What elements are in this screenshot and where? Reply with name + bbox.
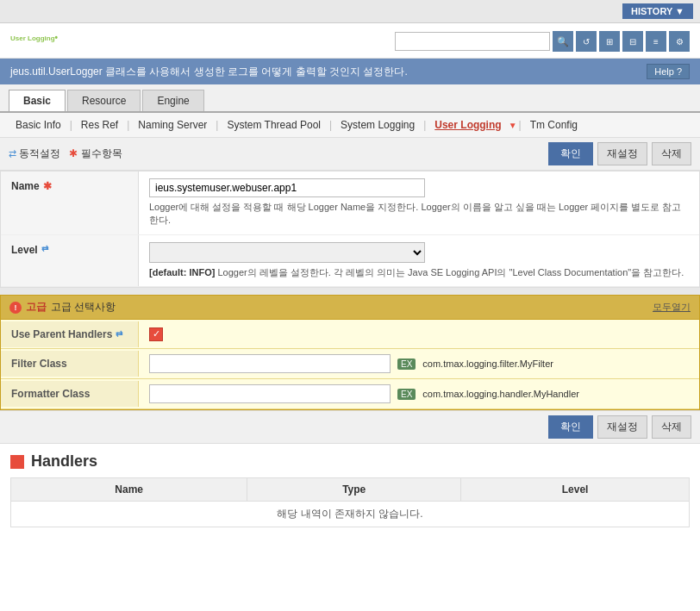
col-level: Level <box>461 478 690 502</box>
icon-btn-1[interactable]: ⊞ <box>599 31 620 52</box>
handlers-table: Name Type Level 해당 내역이 존재하지 않습니다. <box>10 477 690 527</box>
delete-button-top[interactable]: 삭제 <box>652 142 691 165</box>
handlers-icon <box>10 455 24 469</box>
action-bar-left: ⇄ 동적설정 ✱ 필수항목 <box>9 147 122 161</box>
sub-nav: Basic Info | Res Ref | Naming Server | S… <box>0 113 700 138</box>
handlers-section: Handlers Name Type Level 해당 내역이 존재하지 않습니… <box>0 444 700 536</box>
subnav-tm-config[interactable]: Tm Config <box>523 117 584 133</box>
tab-bar: Basic Resource Engine <box>0 84 700 113</box>
delete-button-bottom[interactable]: 삭제 <box>652 415 691 439</box>
icon-btn-3[interactable]: ≡ <box>646 31 666 52</box>
no-data-cell: 해당 내역이 존재하지 않습니다. <box>11 502 690 527</box>
reset-button-top[interactable]: 재설정 <box>597 142 647 165</box>
icon-btn-2[interactable]: ⊟ <box>622 31 643 52</box>
name-row: Name ✱ Logger에 대해 설정을 적용할 때 해당 Logger Na… <box>1 171 699 235</box>
formatter-class-row: Formatter Class EX com.tmax.logging.hand… <box>1 379 699 409</box>
section-divider-1 <box>0 288 700 295</box>
level-value: SEVERE WARNING INFO CONFIG FINE FINER FI… <box>139 235 699 286</box>
use-parent-handlers-label: Use Parent Handlers ⇄ <box>1 321 139 347</box>
formatter-example-value: com.tmax.logging.handler.MyHandler <box>422 389 579 399</box>
name-input[interactable] <box>149 178 425 197</box>
required-mark: ✱ 필수항목 <box>69 147 122 161</box>
action-bar-right: 확인 재설정 삭제 <box>548 142 691 165</box>
col-type: Type <box>247 478 461 502</box>
page-title-bar: User Logging• 🔍 ↺ ⊞ ⊟ ≡ ⚙ <box>0 23 700 59</box>
advanced-icon: ! <box>9 302 22 314</box>
use-parent-handlers-checkbox[interactable]: ✓ <box>149 327 163 341</box>
dynamic-icon: ⇄ <box>9 148 16 159</box>
tab-engine[interactable]: Engine <box>142 90 203 111</box>
filter-class-label: Filter Class <box>1 351 139 377</box>
filter-class-input[interactable] <box>149 354 391 373</box>
use-parent-sync-icon: ⇄ <box>116 329 122 339</box>
handlers-table-head: Name Type Level <box>11 478 690 502</box>
filter-example-value: com.tmax.logging.filter.MyFilter <box>422 358 553 369</box>
advanced-section: ! 고급 고급 선택사항 모두열기 Use Parent Handlers ⇄ … <box>0 295 700 410</box>
formatter-class-value: EX com.tmax.logging.handler.MyHandler <box>139 379 699 408</box>
info-bar: jeus.util.UserLogger 클래스를 사용해서 생성한 로그를 어… <box>0 59 700 84</box>
level-select[interactable]: SEVERE WARNING INFO CONFIG FINE FINER FI… <box>149 242 425 263</box>
reset-button-bottom[interactable]: 재설정 <box>597 415 647 439</box>
handlers-title: Handlers <box>10 452 690 471</box>
col-name: Name <box>11 478 247 502</box>
dynamic-setting: ⇄ 동적설정 <box>9 147 60 161</box>
use-parent-handlers-value: ✓ <box>139 322 699 346</box>
name-value: Logger에 대해 설정을 적용할 때 해당 Logger Name을 지정한… <box>139 171 699 234</box>
level-label: Level ⇄ <box>1 235 139 286</box>
refresh-button[interactable]: ↺ <box>576 31 597 52</box>
subnav-system-thread-pool[interactable]: System Thread Pool <box>220 117 328 133</box>
no-data-row: 해당 내역이 존재하지 않습니다. <box>11 502 690 527</box>
search-input[interactable] <box>395 32 550 51</box>
formatter-class-input[interactable] <box>149 384 391 403</box>
form-section: Name ✱ Logger에 대해 설정을 적용할 때 해당 Logger Na… <box>0 171 700 288</box>
history-button[interactable]: HISTORY ▼ <box>622 3 693 19</box>
action-bar-bottom: 확인 재설정 삭제 <box>0 410 700 444</box>
confirm-button-top[interactable]: 확인 <box>548 142 593 165</box>
handlers-table-body: 해당 내역이 존재하지 않습니다. <box>11 502 690 527</box>
subnav-system-logging[interactable]: System Logging <box>334 117 422 133</box>
level-sync-icon: ⇄ <box>41 244 48 253</box>
search-button[interactable]: 🔍 <box>553 31 573 52</box>
expand-all-button[interactable]: 모두열기 <box>653 301 691 314</box>
title-dot: • <box>55 33 59 42</box>
formatter-class-label: Formatter Class <box>1 381 139 407</box>
level-desc: [default: INFO] Logger의 레벨을 설정한다. 각 레벨의 … <box>149 266 689 279</box>
subnav-res-ref[interactable]: Res Ref <box>74 117 125 133</box>
info-message: jeus.util.UserLogger 클래스를 사용해서 생성한 로그를 어… <box>10 65 408 79</box>
help-button[interactable]: Help ? <box>647 64 690 79</box>
tab-basic[interactable]: Basic <box>9 90 66 111</box>
use-parent-handlers-row: Use Parent Handlers ⇄ ✓ <box>1 320 699 349</box>
advanced-title: ! 고급 고급 선택사항 <box>9 300 116 315</box>
filter-class-value: EX com.tmax.logging.filter.MyFilter <box>139 349 699 378</box>
filter-example-tag: EX <box>397 358 416 370</box>
confirm-button-bottom[interactable]: 확인 <box>548 415 593 439</box>
advanced-header: ! 고급 고급 선택사항 모두열기 <box>1 296 699 320</box>
formatter-example-tag: EX <box>397 389 416 400</box>
name-required-icon: ✱ <box>43 180 52 192</box>
icon-btn-4[interactable]: ⚙ <box>669 31 690 52</box>
filter-class-row: Filter Class EX com.tmax.logging.filter.… <box>1 349 699 379</box>
subnav-basic-info[interactable]: Basic Info <box>9 117 68 133</box>
dropdown-icon: ▼ <box>509 121 517 130</box>
subnav-user-logging[interactable]: User Logging <box>428 117 508 133</box>
level-row: Level ⇄ SEVERE WARNING INFO CONFIG FINE … <box>1 235 699 287</box>
top-bar: HISTORY ▼ <box>0 0 700 23</box>
page-title: User Logging• <box>10 30 58 53</box>
required-star-icon: ✱ <box>69 147 78 159</box>
table-header-row: Name Type Level <box>11 478 690 502</box>
tab-resource[interactable]: Resource <box>67 90 141 111</box>
subnav-naming-server[interactable]: Naming Server <box>131 117 214 133</box>
action-bar-top: ⇄ 동적설정 ✱ 필수항목 확인 재설정 삭제 <box>0 138 700 171</box>
name-label: Name ✱ <box>1 171 139 234</box>
search-area: 🔍 ↺ ⊞ ⊟ ≡ ⚙ <box>395 31 690 52</box>
name-desc: Logger에 대해 설정을 적용할 때 해당 Logger Name을 지정한… <box>149 201 689 228</box>
